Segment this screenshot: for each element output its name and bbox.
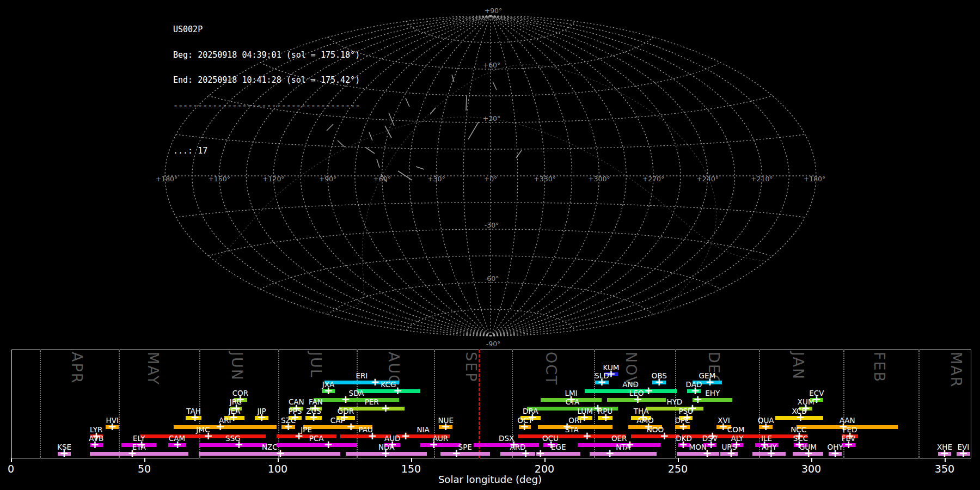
month-label: MAY bbox=[145, 352, 162, 385]
shower-peak-marker: + bbox=[719, 421, 728, 432]
shower-peak-marker: + bbox=[191, 412, 200, 422]
axis-tick bbox=[678, 458, 679, 462]
meteor-trail bbox=[366, 148, 375, 154]
shower-peak-marker: + bbox=[583, 430, 592, 441]
shower-peak-marker: + bbox=[429, 439, 438, 450]
shower-label: CTA bbox=[566, 397, 580, 406]
longitude-label: +300° bbox=[588, 175, 610, 183]
month-label: SEP bbox=[463, 352, 480, 382]
longitude-label: +0° bbox=[484, 175, 498, 183]
shower-peak-marker: + bbox=[521, 448, 530, 458]
month-boundary-line bbox=[40, 350, 41, 458]
longitude-label: +30° bbox=[427, 175, 445, 183]
meteor-trail bbox=[466, 96, 467, 111]
longitude-label: +60° bbox=[373, 175, 391, 183]
shower-peak-marker: + bbox=[346, 421, 356, 432]
meteor-trail bbox=[406, 98, 409, 107]
shower-peak-marker: + bbox=[660, 430, 669, 441]
shower-peak-marker: + bbox=[597, 376, 607, 387]
shower-peak-marker: + bbox=[216, 421, 225, 432]
shower-peak-marker: + bbox=[90, 439, 100, 450]
shower-label: NTA bbox=[616, 443, 630, 451]
shower-label: COM bbox=[727, 425, 745, 434]
meteor-trail bbox=[369, 132, 372, 140]
shower-peak-marker: + bbox=[370, 376, 379, 387]
meteor-trail bbox=[398, 171, 412, 180]
shower-label: PCA bbox=[309, 434, 324, 443]
shower-label: HYD bbox=[666, 397, 682, 406]
month-boundary-line bbox=[119, 350, 120, 458]
axis-tick-label: 200 bbox=[535, 463, 554, 475]
shower-peak-marker: + bbox=[368, 430, 377, 441]
shower-label: EGE bbox=[551, 443, 566, 451]
meteor-trail bbox=[385, 126, 391, 138]
shower-peak-marker: + bbox=[452, 448, 461, 458]
longitude-label: +330° bbox=[534, 175, 556, 183]
meteor-trail bbox=[416, 167, 424, 169]
shower-label: ERI bbox=[356, 371, 367, 380]
shower-bar bbox=[518, 434, 626, 438]
shower-peak-marker: + bbox=[401, 430, 411, 441]
meteor-trail bbox=[516, 150, 522, 158]
shower-peak-marker: + bbox=[284, 421, 293, 432]
shower-label: CAP bbox=[330, 416, 345, 425]
axis-tick-label: 150 bbox=[401, 463, 421, 475]
month-label: OCT bbox=[543, 352, 560, 386]
axis-tick-label: 50 bbox=[138, 463, 151, 475]
shower-peak-marker: + bbox=[831, 448, 840, 458]
shower-bar bbox=[199, 443, 267, 447]
latitude-label: +60° bbox=[483, 61, 501, 69]
month-boundary-line bbox=[918, 350, 920, 458]
shower-bar bbox=[631, 434, 679, 438]
station-id: US002P bbox=[173, 26, 360, 34]
shower-peak-marker: + bbox=[727, 448, 736, 458]
latitude-label: +30° bbox=[483, 114, 501, 122]
shower-peak-marker: + bbox=[520, 421, 529, 432]
shower-peak-marker: + bbox=[128, 448, 137, 458]
longitude-label: +120° bbox=[262, 175, 285, 183]
latitude-label: -30° bbox=[485, 221, 499, 229]
month-boundary-line bbox=[357, 350, 358, 458]
longitude-label: +270° bbox=[642, 175, 665, 183]
shower-peak-marker: + bbox=[796, 412, 805, 422]
shower-label: NZC bbox=[262, 443, 278, 451]
shower-bar bbox=[357, 389, 421, 393]
month-label: FEB bbox=[871, 352, 888, 383]
latitude-label: -60° bbox=[485, 274, 499, 283]
shower-peak-marker: + bbox=[767, 448, 776, 458]
axis-tick-label: 300 bbox=[801, 463, 821, 475]
shower-peak-marker: + bbox=[173, 439, 182, 450]
shower-peak-marker: + bbox=[601, 412, 610, 422]
month-label: MAR bbox=[948, 352, 965, 388]
shower-bar bbox=[590, 452, 657, 456]
end-time-line: End: 20250918 10:41:28 (sol = 175.42°) bbox=[173, 76, 360, 85]
meteor-trail bbox=[377, 159, 379, 168]
shower-peak-marker: + bbox=[959, 448, 968, 458]
shower-peak-marker: + bbox=[678, 421, 688, 432]
month-boundary-line bbox=[199, 350, 200, 458]
meteor-count-line: ...: 17 bbox=[173, 147, 360, 156]
shower-peak-marker: + bbox=[644, 385, 653, 396]
shower-peak-marker: + bbox=[324, 439, 333, 450]
shower-bar bbox=[677, 452, 719, 456]
current-sol-marker-line bbox=[479, 350, 480, 458]
longitude-label: +240° bbox=[696, 175, 719, 183]
shower-peak-marker: + bbox=[381, 448, 390, 458]
shower-peak-marker: + bbox=[940, 448, 950, 458]
shower-peak-marker: + bbox=[804, 448, 813, 458]
pole-label-north: +90° bbox=[485, 7, 503, 15]
shower-peak-marker: + bbox=[276, 448, 285, 458]
shower-peak-marker: + bbox=[295, 430, 304, 441]
shower-peak-marker: + bbox=[633, 394, 642, 405]
pole-label-south: -90° bbox=[486, 340, 501, 348]
observation-header: US002P Beg: 20250918 04:39:01 (sol = 175… bbox=[173, 9, 360, 173]
x-axis-title: Solar longitude (deg) bbox=[438, 474, 542, 485]
shower-label: SDA bbox=[349, 389, 364, 397]
header-separator: -------------------------------------- bbox=[173, 102, 360, 111]
shower-peak-marker: + bbox=[705, 376, 714, 387]
month-label: JUN bbox=[229, 352, 246, 381]
meteor-trail bbox=[430, 108, 436, 114]
meteor-trail bbox=[493, 82, 497, 90]
shower-bar bbox=[340, 434, 391, 438]
axis-tick bbox=[411, 458, 412, 462]
